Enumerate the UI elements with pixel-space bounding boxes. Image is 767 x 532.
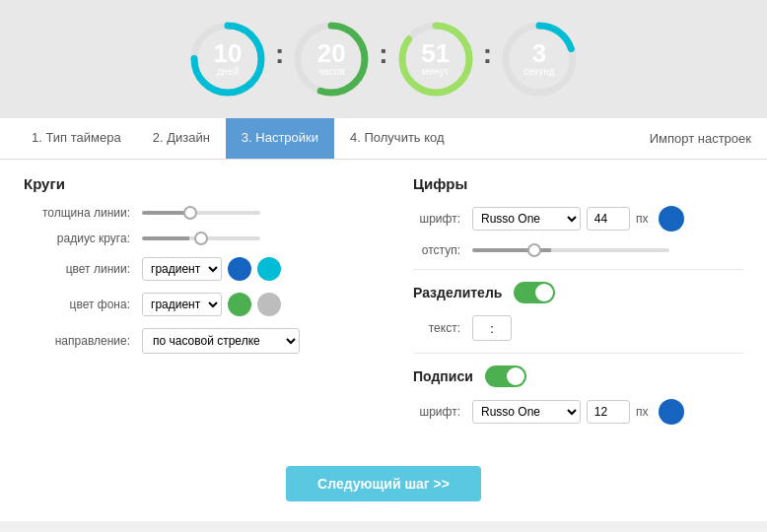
digits-font-row: шрифт: Russo One Arial Roboto 44 пx — [413, 206, 743, 232]
subscripts-font-select[interactable]: Russo One Arial Roboto — [472, 400, 581, 424]
digits-title: Цифры — [413, 175, 743, 192]
subscripts-size-input[interactable]: 12 — [587, 400, 630, 424]
days-label: дней — [214, 66, 243, 78]
subscripts-title-row: Подписи — [413, 366, 743, 387]
circle-radius-slider-wrap — [142, 236, 260, 240]
line-color-select[interactable]: градиент — [142, 257, 222, 281]
footer: Следующий шаг >> — [0, 452, 767, 521]
digits-size-wrap: 44 пx — [587, 206, 684, 232]
colon-1: : — [275, 38, 284, 70]
bg-color-dot-2[interactable] — [257, 293, 281, 316]
subscripts-color-btn[interactable] — [659, 399, 684, 425]
line-color-label: цвет линии: — [24, 262, 142, 276]
line-width-row: толщина линии: — [24, 206, 364, 220]
digits-px-label: пx — [636, 212, 649, 226]
timer-minutes: 51 минут — [396, 20, 475, 99]
seconds-value: 3 — [523, 40, 554, 66]
direction-select[interactable]: по часовой стрелке против часовой стрелк… — [142, 328, 300, 354]
line-color-controls: градиент — [142, 257, 281, 281]
bg-color-dot-1[interactable] — [228, 293, 251, 316]
separator-line-1 — [413, 269, 743, 270]
digits-offset-row: отступ: — [413, 243, 743, 257]
timer-hours: 20 часов — [292, 20, 371, 99]
subscripts-font-label: шрифт: — [413, 405, 472, 419]
tabs-bar: 1. Тип таймера 2. Дизайн 3. Настройки 4.… — [0, 118, 767, 160]
tab-code[interactable]: 4. Получить код — [334, 118, 460, 159]
bg-color-select[interactable]: градиент — [142, 293, 222, 316]
line-color-dot-1[interactable] — [228, 257, 251, 281]
seconds-label: секунд — [523, 66, 554, 78]
timer-section: 10 дней : 20 часов : — [0, 0, 767, 118]
line-width-slider-wrap — [142, 211, 260, 215]
hours-value: 20 — [317, 40, 346, 66]
digits-size-input[interactable]: 44 — [587, 207, 630, 231]
separator-toggle[interactable] — [514, 282, 555, 303]
bg-color-row: цвет фона: градиент — [24, 293, 364, 316]
subscripts-title: Подписи — [413, 368, 473, 384]
line-color-dot-2[interactable] — [257, 257, 281, 281]
colon-2: : — [379, 38, 387, 70]
next-button[interactable]: Следующий шаг >> — [286, 466, 481, 501]
line-width-slider[interactable] — [142, 211, 260, 215]
bg-color-label: цвет фона: — [24, 298, 142, 311]
separator-title: Разделитель — [413, 285, 502, 300]
right-panel: Цифры шрифт: Russo One Arial Roboto 44 п… — [403, 175, 743, 436]
subscripts-px-label: пx — [636, 405, 649, 419]
digits-offset-label: отступ: — [413, 243, 472, 257]
tab-settings[interactable]: 3. Настройки — [226, 118, 334, 159]
hours-label: часов — [317, 66, 346, 78]
main-content: Круги толщина линии: радиус круга: цвет … — [0, 160, 767, 452]
separator-text-row: текст: : — [413, 315, 743, 341]
subscripts-font-row: шрифт: Russo One Arial Roboto 12 пx — [413, 399, 743, 425]
timer-seconds: 3 секунд — [500, 20, 579, 99]
digits-offset-slider[interactable] — [472, 248, 669, 252]
separator-line-2 — [413, 353, 743, 354]
subscripts-toggle[interactable] — [485, 366, 526, 387]
days-value: 10 — [214, 40, 243, 66]
timer-circles: 10 дней : 20 часов : — [188, 20, 579, 99]
subscripts-toggle-slider — [485, 366, 526, 387]
minutes-label: минут — [421, 66, 450, 78]
separator-text-label: текст: — [413, 321, 472, 335]
circle-radius-label: радиус круга: — [24, 232, 142, 245]
separator-title-row: Разделитель — [413, 282, 743, 303]
minutes-value: 51 — [421, 40, 450, 66]
direction-label: направление: — [24, 334, 142, 348]
tab-import[interactable]: Импорт настроек — [650, 119, 751, 158]
line-color-row: цвет линии: градиент — [24, 257, 364, 281]
digits-font-label: шрифт: — [413, 212, 472, 226]
bg-color-controls: градиент — [142, 293, 281, 316]
timer-days: 10 дней — [188, 20, 267, 99]
direction-row: направление: по часовой стрелке против ч… — [24, 328, 364, 354]
digits-color-btn[interactable] — [659, 206, 684, 232]
circle-radius-row: радиус круга: — [24, 232, 364, 245]
circle-radius-slider[interactable] — [142, 236, 260, 240]
circles-title: Круги — [24, 175, 364, 192]
subscripts-size-wrap: 12 пx — [587, 399, 684, 425]
circles-panel: Круги толщина линии: радиус круга: цвет … — [24, 175, 364, 436]
tab-type[interactable]: 1. Тип таймера — [16, 118, 137, 159]
separator-toggle-slider — [514, 282, 555, 303]
digits-font-select[interactable]: Russo One Arial Roboto — [472, 207, 581, 231]
separator-text-input[interactable]: : — [472, 315, 512, 341]
line-width-label: толщина линии: — [24, 206, 142, 220]
tab-design[interactable]: 2. Дизайн — [137, 118, 226, 159]
colon-3: : — [483, 38, 492, 70]
